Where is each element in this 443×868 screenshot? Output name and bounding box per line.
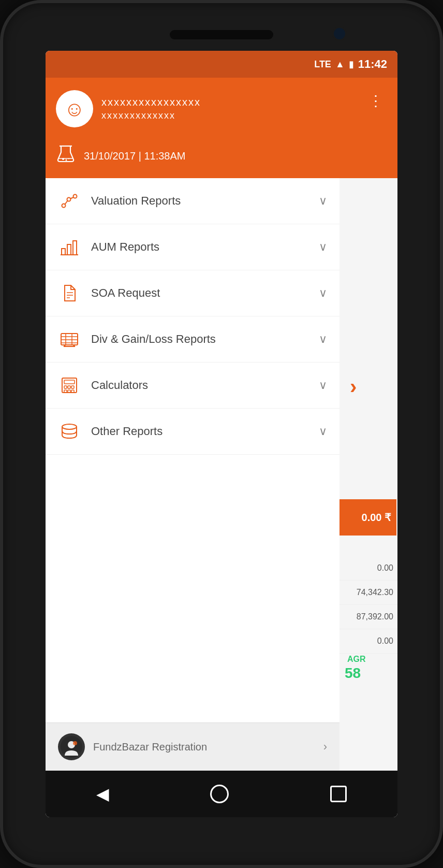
user-name: xxxxxxxxxxxxxxxx: [101, 96, 201, 108]
svg-rect-8: [73, 241, 77, 255]
aum-reports-label: AUM Reports: [91, 240, 308, 254]
fundzBazar-label: FundzBazar Registration: [93, 741, 315, 753]
svg-rect-14: [71, 386, 74, 388]
soa-request-label: SOA Request: [91, 286, 308, 300]
svg-rect-6: [62, 249, 65, 255]
signal-icon: ▲: [335, 59, 345, 70]
user-avatar-icon: ☺: [64, 97, 85, 121]
svg-rect-13: [68, 386, 70, 388]
valuation-reports-icon: [58, 190, 81, 212]
right-panel: › AGR 58 0.00 ₹ 0.00 74,342.30 87,392.00…: [339, 178, 397, 771]
valuation-reports-label: Valuation Reports: [91, 194, 308, 208]
menu-item-calculators[interactable]: Calculators ∨: [46, 363, 339, 409]
main-area: Valuation Reports ∨: [46, 178, 397, 771]
phone-screen: LTE ▲ ▮ 11:42 ☺ xxxxxxxxxxxxxxxx xxxxxxx…: [46, 51, 397, 817]
other-reports-label: Other Reports: [91, 425, 308, 438]
div-gain-loss-icon: [58, 328, 81, 351]
valuation-reports-chevron: ∨: [319, 194, 327, 208]
menu-item-soa-request[interactable]: SOA Request ∨: [46, 270, 339, 316]
svg-rect-12: [64, 386, 67, 388]
svg-point-1: [66, 160, 67, 161]
aum-reports-icon: [58, 236, 81, 258]
fundzBazar-chevron: ›: [323, 740, 327, 754]
recents-button[interactable]: [330, 786, 347, 802]
total-value-box: 0.00 ₹: [339, 499, 396, 536]
other-reports-chevron: ∨: [319, 425, 327, 438]
navigation-bar: ◀: [46, 771, 397, 817]
calculators-icon: [58, 374, 81, 397]
soa-request-icon: [58, 282, 81, 305]
div-gain-loss-label: Div & Gain/Loss Reports: [91, 332, 308, 346]
svg-point-3: [62, 204, 66, 208]
agr-value: 58: [345, 665, 361, 682]
overflow-menu-button[interactable]: ⋮: [364, 90, 387, 111]
svg-rect-17: [71, 390, 74, 393]
header: ☺ xxxxxxxxxxxxxxxx xxxxxxxxxxxxx ⋮: [46, 78, 397, 138]
phone-frame: LTE ▲ ▮ 11:42 ☺ xxxxxxxxxxxxxxxx xxxxxxx…: [0, 0, 443, 868]
svg-point-21: [73, 741, 77, 745]
avatar: ☺: [56, 90, 93, 127]
user-sub: xxxxxxxxxxxxx: [101, 110, 201, 121]
user-info: xxxxxxxxxxxxxxxx xxxxxxxxxxxxx: [101, 96, 201, 121]
menu-item-other-reports[interactable]: Other Reports ∨: [46, 409, 339, 455]
speaker: [170, 30, 273, 39]
svg-rect-16: [68, 390, 70, 393]
svg-point-5: [73, 195, 77, 198]
battery-icon: ▮: [349, 59, 354, 70]
panel-nav-arrow[interactable]: ›: [350, 375, 357, 398]
div-gain-loss-chevron: ∨: [319, 332, 327, 346]
menu-item-aum-reports[interactable]: AUM Reports ∨: [46, 224, 339, 270]
header-date-time: 31/10/2017 | 11:38AM: [84, 150, 185, 162]
svg-rect-7: [67, 244, 71, 255]
lte-indicator: LTE: [314, 59, 331, 70]
svg-point-4: [67, 198, 71, 201]
value-list: 0.00 74,342.30 87,392.00 0.00: [339, 556, 397, 654]
menu-item-div-gain-loss[interactable]: Div & Gain/Loss Reports ∨: [46, 316, 339, 363]
menu-item-valuation-reports[interactable]: Valuation Reports ∨: [46, 178, 339, 224]
camera: [332, 26, 347, 41]
other-reports-icon: [58, 420, 81, 443]
value-item-2: 74,342.30: [339, 581, 397, 605]
value-item-1: 0.00: [339, 556, 397, 581]
fundzBazar-logo: [58, 733, 85, 760]
aum-reports-chevron: ∨: [319, 240, 327, 254]
total-value: 0.00 ₹: [362, 511, 391, 524]
header-date-row: 31/10/2017 | 11:38AM: [46, 138, 397, 178]
svg-rect-11: [64, 380, 75, 384]
status-bar: LTE ▲ ▮ 11:42: [46, 51, 397, 78]
value-item-4: 0.00: [339, 629, 397, 654]
sidebar: Valuation Reports ∨: [46, 178, 339, 771]
home-button[interactable]: [210, 785, 229, 803]
soa-request-chevron: ∨: [319, 286, 327, 300]
fundzBazar-registration[interactable]: FundzBazar Registration ›: [46, 722, 339, 771]
calculators-label: Calculators: [91, 379, 308, 392]
sidebar-menu: Valuation Reports ∨: [46, 178, 339, 722]
agr-label: AGR: [347, 655, 366, 664]
svg-point-2: [68, 158, 69, 160]
value-item-3: 87,392.00: [339, 605, 397, 629]
svg-point-0: [62, 158, 64, 160]
status-time: 11:42: [358, 57, 387, 71]
back-button[interactable]: ◀: [96, 784, 109, 804]
calculators-chevron: ∨: [319, 379, 327, 392]
svg-rect-15: [64, 390, 67, 393]
svg-point-18: [62, 424, 77, 429]
flask-icon: [56, 144, 76, 168]
